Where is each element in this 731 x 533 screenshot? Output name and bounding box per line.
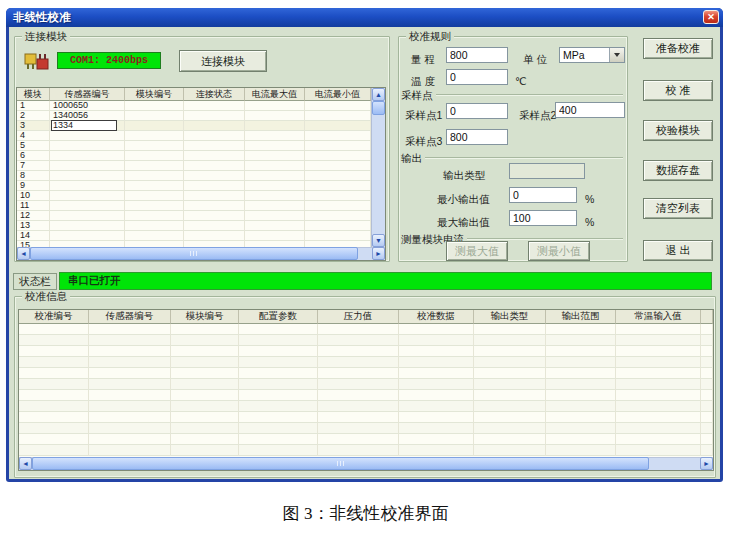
grid-cell[interactable] [50, 231, 125, 241]
output-type-input[interactable] [509, 163, 585, 179]
scrollbar-thumb[interactable] [32, 457, 649, 470]
scroll-right-icon[interactable]: ► [700, 457, 713, 470]
grid-cell[interactable] [245, 151, 305, 161]
grid-cell[interactable] [305, 231, 371, 241]
scroll-right-icon[interactable]: ► [372, 247, 385, 260]
module-row[interactable]: 10 [17, 191, 371, 201]
grid-cell[interactable] [245, 231, 305, 241]
calibrate-button[interactable]: 校 准 [643, 80, 713, 101]
temperature-input[interactable] [446, 69, 508, 85]
scroll-left-icon[interactable]: ◄ [17, 247, 30, 260]
min-output-input[interactable] [509, 187, 577, 203]
module-row[interactable]: 7 [17, 161, 371, 171]
module-row[interactable]: 11 [17, 201, 371, 211]
module-row[interactable]: 12 [17, 211, 371, 221]
module-row[interactable]: 14 [17, 231, 371, 241]
module-row[interactable]: 31334 [17, 121, 371, 131]
prepare-calibration-button[interactable]: 准备校准 [643, 38, 713, 59]
grid-cell[interactable] [245, 141, 305, 151]
grid-cell[interactable] [125, 181, 184, 191]
grid-cell[interactable] [50, 171, 125, 181]
grid-cell[interactable] [305, 171, 371, 181]
grid-cell[interactable] [184, 131, 245, 141]
grid-cell[interactable] [184, 181, 245, 191]
grid-cell[interactable] [184, 121, 245, 131]
grid-cell[interactable] [125, 201, 184, 211]
grid-cell[interactable] [125, 121, 184, 131]
scrollbar-thumb[interactable] [30, 247, 358, 260]
scroll-down-icon[interactable]: ▼ [372, 234, 385, 247]
grid-cell[interactable] [245, 101, 305, 111]
grid-cell[interactable] [245, 161, 305, 171]
horizontal-scrollbar[interactable]: ◄ ► [19, 457, 713, 470]
grid-cell[interactable] [245, 131, 305, 141]
module-row[interactable]: 9 [17, 181, 371, 191]
grid-cell[interactable] [305, 141, 371, 151]
grid-cell[interactable] [305, 161, 371, 171]
verify-module-button[interactable]: 校验模块 [643, 120, 713, 141]
grid-cell[interactable] [125, 151, 184, 161]
grid-cell[interactable] [125, 211, 184, 221]
max-output-input[interactable] [509, 210, 577, 226]
sample1-input[interactable] [446, 103, 508, 119]
grid-cell[interactable] [125, 221, 184, 231]
grid-cell[interactable] [125, 231, 184, 241]
sample2-input[interactable] [555, 102, 625, 118]
grid-cell[interactable] [245, 201, 305, 211]
grid-cell[interactable] [50, 151, 125, 161]
grid-cell[interactable] [305, 101, 371, 111]
connect-module-button[interactable]: 连接模块 [179, 50, 267, 72]
grid-cell[interactable] [184, 161, 245, 171]
grid-cell[interactable] [50, 201, 125, 211]
vertical-scrollbar[interactable]: ▲ ▼ [371, 88, 385, 247]
title-bar[interactable]: 非线性校准 ✕ [6, 8, 723, 27]
module-row[interactable]: 4 [17, 131, 371, 141]
grid-cell[interactable] [305, 121, 371, 131]
grid-cell[interactable] [245, 221, 305, 231]
exit-button[interactable]: 退 出 [643, 240, 713, 261]
grid-cell[interactable] [245, 171, 305, 181]
cell-editor[interactable]: 1334 [51, 120, 117, 131]
module-row[interactable]: 6 [17, 151, 371, 161]
save-data-button[interactable]: 数据存盘 [643, 160, 713, 181]
grid-cell[interactable] [184, 231, 245, 241]
grid-cell[interactable] [245, 111, 305, 121]
grid-cell[interactable] [305, 211, 371, 221]
sample3-input[interactable] [446, 129, 508, 145]
grid-cell[interactable] [184, 191, 245, 201]
grid-cell[interactable] [50, 191, 125, 201]
grid-cell[interactable] [50, 181, 125, 191]
chevron-down-icon[interactable] [609, 48, 624, 62]
grid-cell[interactable] [125, 171, 184, 181]
scroll-left-icon[interactable]: ◄ [19, 457, 32, 470]
grid-cell[interactable] [245, 211, 305, 221]
measure-max-button[interactable]: 测最大值 [446, 241, 508, 261]
grid-cell[interactable] [305, 191, 371, 201]
grid-cell[interactable] [245, 181, 305, 191]
grid-cell[interactable] [305, 181, 371, 191]
grid-cell[interactable] [50, 211, 125, 221]
measure-min-button[interactable]: 测最小值 [528, 241, 590, 261]
grid-cell[interactable] [305, 151, 371, 161]
grid-cell[interactable] [125, 111, 184, 121]
grid-cell[interactable] [305, 201, 371, 211]
grid-cell[interactable]: 1334 [50, 121, 125, 131]
grid-cell[interactable] [50, 161, 125, 171]
scrollbar-thumb[interactable] [372, 101, 385, 115]
grid-cell[interactable] [184, 151, 245, 161]
range-input[interactable] [446, 47, 508, 63]
grid-cell[interactable] [305, 131, 371, 141]
grid-cell[interactable] [184, 141, 245, 151]
grid-cell[interactable] [245, 191, 305, 201]
grid-cell[interactable] [125, 131, 184, 141]
grid-cell[interactable] [125, 191, 184, 201]
scroll-up-icon[interactable]: ▲ [372, 88, 385, 101]
module-row[interactable]: 13 [17, 221, 371, 231]
grid-cell[interactable] [184, 201, 245, 211]
grid-cell[interactable] [305, 111, 371, 121]
grid-cell[interactable] [184, 111, 245, 121]
clear-list-button[interactable]: 清空列表 [643, 198, 713, 219]
module-row[interactable]: 8 [17, 171, 371, 181]
grid-cell[interactable] [125, 101, 184, 111]
grid-cell[interactable] [184, 171, 245, 181]
